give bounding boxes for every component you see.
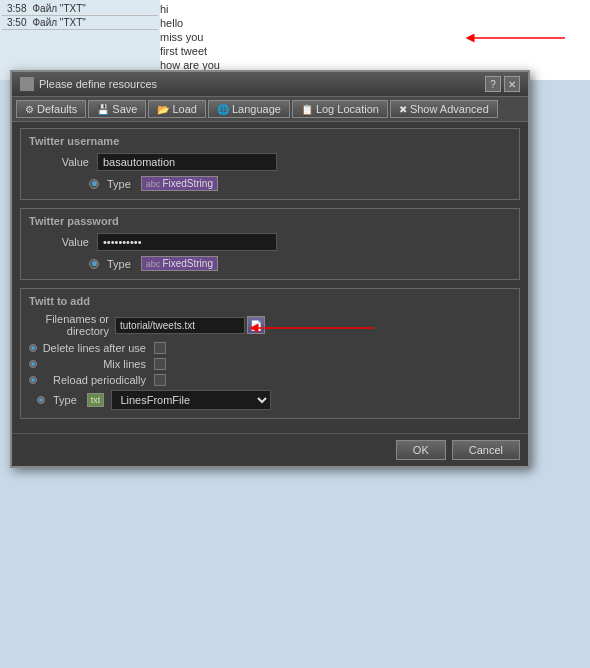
- password-value-input[interactable]: [97, 233, 277, 251]
- password-type-badge: abc FixedString: [141, 256, 218, 271]
- save-label: Save: [112, 103, 137, 115]
- mix-lines-checkbox[interactable]: [154, 358, 166, 370]
- load-icon: 📂: [157, 104, 169, 115]
- table-row: 3:50 Файл "TXT": [2, 16, 158, 30]
- toolbar: ⚙ Defaults 💾 Save 📂 Load 🌐 Language 📋 Lo…: [12, 97, 528, 122]
- username-value-label: Value: [29, 156, 89, 168]
- twitter-username-title: Twitter username: [29, 135, 511, 147]
- advanced-icon: ✖: [399, 104, 407, 115]
- delete-lines-checkbox[interactable]: [154, 342, 166, 354]
- dialog-icon: [20, 77, 34, 91]
- ok-button[interactable]: OK: [396, 440, 446, 460]
- cancel-button[interactable]: Cancel: [452, 440, 520, 460]
- reload-label: Reload periodically: [41, 374, 146, 386]
- filenames-row: Filenames ordirectory 📄: [29, 313, 511, 337]
- log-location-label: Log Location: [316, 103, 379, 115]
- twitt-type-radio[interactable]: [37, 396, 45, 404]
- ok-label: OK: [413, 444, 429, 456]
- mix-lines-radio[interactable]: [29, 360, 37, 368]
- password-type-label: Type: [107, 258, 131, 270]
- twitt-to-add-title: Twitt to add: [29, 295, 511, 307]
- save-button[interactable]: 💾 Save: [88, 100, 146, 118]
- log-icon: 📋: [301, 104, 313, 115]
- mix-lines-row: Mix lines: [29, 358, 511, 370]
- defaults-button[interactable]: ⚙ Defaults: [16, 100, 86, 118]
- delete-lines-row: Delete lines after use: [29, 342, 511, 354]
- background-table: 3:58 Файл "TXT" 3:50 Файл "TXT": [0, 0, 160, 80]
- top-red-arrow: [465, 28, 575, 48]
- log-location-button[interactable]: 📋 Log Location: [292, 100, 388, 118]
- twitter-username-section: Twitter username Value Type abc FixedStr…: [20, 128, 520, 200]
- language-button[interactable]: 🌐 Language: [208, 100, 290, 118]
- help-button[interactable]: ?: [485, 76, 501, 92]
- username-type-label: Type: [107, 178, 131, 190]
- password-value-row: Value: [29, 233, 511, 251]
- defaults-icon: ⚙: [25, 104, 34, 115]
- reload-row: Reload periodically: [29, 374, 511, 386]
- twitt-type-row: Type txt LinesFromFile FixedString Rando…: [29, 390, 511, 410]
- filenames-input[interactable]: [115, 317, 245, 334]
- dialog-titlebar: Please define resources ? ✕: [12, 72, 528, 97]
- password-type-row: Type abc FixedString: [29, 256, 511, 271]
- password-value-label: Value: [29, 236, 89, 248]
- bottom-red-arrow: [249, 318, 379, 338]
- language-icon: 🌐: [217, 104, 229, 115]
- username-type-row: Type abc FixedString: [29, 176, 511, 191]
- reload-radio[interactable]: [29, 376, 37, 384]
- dialog-title-text: Please define resources: [39, 78, 157, 90]
- username-type-badge: abc FixedString: [141, 176, 218, 191]
- save-icon: 💾: [97, 104, 109, 115]
- show-advanced-button[interactable]: ✖ Show Advanced: [390, 100, 498, 118]
- defaults-label: Defaults: [37, 103, 77, 115]
- dialog: Please define resources ? ✕ ⚙ Defaults 💾…: [10, 70, 530, 468]
- username-value-row: Value: [29, 153, 511, 171]
- bg-line-1: hi: [160, 2, 585, 16]
- load-button[interactable]: 📂 Load: [148, 100, 205, 118]
- username-value-input[interactable]: [97, 153, 277, 171]
- delete-lines-radio[interactable]: [29, 344, 37, 352]
- background-text: hi hello miss you first tweet how are yo…: [155, 0, 590, 80]
- twitt-type-select[interactable]: LinesFromFile FixedString RandomLines: [111, 390, 271, 410]
- twitter-password-section: Twitter password Value Type abc FixedStr…: [20, 208, 520, 280]
- close-button[interactable]: ✕: [504, 76, 520, 92]
- txt-badge: txt: [87, 393, 105, 407]
- language-label: Language: [232, 103, 281, 115]
- table-row: 3:58 Файл "TXT": [2, 2, 158, 16]
- dialog-title: Please define resources: [20, 77, 157, 91]
- twitt-to-add-section: Twitt to add Filenames ordirectory 📄 Del…: [20, 288, 520, 419]
- twitter-password-title: Twitter password: [29, 215, 511, 227]
- dialog-title-buttons: ? ✕: [485, 76, 520, 92]
- filenames-label: Filenames ordirectory: [29, 313, 109, 337]
- twitt-type-label: Type: [53, 394, 77, 406]
- username-type-radio[interactable]: [89, 179, 99, 189]
- cancel-label: Cancel: [469, 444, 503, 456]
- password-type-radio[interactable]: [89, 259, 99, 269]
- load-label: Load: [172, 103, 196, 115]
- show-advanced-label: Show Advanced: [410, 103, 489, 115]
- dialog-footer: OK Cancel: [12, 433, 528, 466]
- delete-lines-label: Delete lines after use: [41, 342, 146, 354]
- dialog-content: Twitter username Value Type abc FixedStr…: [12, 122, 528, 433]
- reload-checkbox[interactable]: [154, 374, 166, 386]
- mix-lines-label: Mix lines: [41, 358, 146, 370]
